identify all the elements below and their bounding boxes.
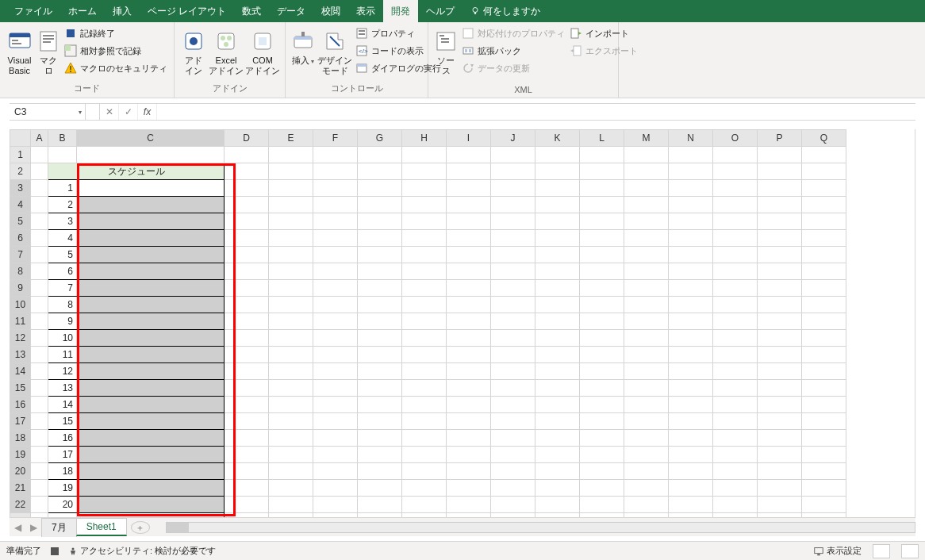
cell-M12[interactable]: [624, 330, 669, 347]
stop-recording-button[interactable]: 記録終了: [63, 25, 169, 41]
cell-E8[interactable]: [269, 263, 313, 280]
cell-L10[interactable]: [580, 297, 624, 313]
cell-M8[interactable]: [624, 263, 669, 280]
cell-J8[interactable]: [491, 263, 535, 280]
cell-N15[interactable]: [669, 380, 713, 397]
cell-K13[interactable]: [535, 347, 580, 363]
macro-recording-indicator[interactable]: [51, 547, 59, 555]
cell-Q9[interactable]: [802, 280, 846, 297]
row-header-4[interactable]: 4: [10, 197, 31, 213]
row-header-9[interactable]: 9: [10, 280, 31, 297]
cell-N12[interactable]: [669, 330, 713, 347]
cell-E6[interactable]: [269, 230, 313, 247]
expansion-packs-button[interactable]: 拡張パック: [460, 43, 566, 59]
cell-J16[interactable]: [491, 397, 535, 413]
cell-C13[interactable]: [77, 347, 225, 363]
cell-P3[interactable]: [758, 180, 802, 197]
cell-F12[interactable]: [313, 330, 358, 347]
cell-C6[interactable]: [77, 230, 225, 247]
cell-O22[interactable]: [713, 497, 758, 513]
cell-B1[interactable]: [48, 147, 77, 163]
cell-D22[interactable]: [225, 497, 269, 513]
cell-J19[interactable]: [491, 447, 535, 463]
cell-I10[interactable]: [447, 297, 491, 313]
cell-J14[interactable]: [491, 363, 535, 380]
column-header-M[interactable]: M: [624, 130, 669, 147]
cell-A13[interactable]: [31, 347, 48, 363]
cell-A18[interactable]: [31, 430, 48, 447]
cell-I18[interactable]: [447, 430, 491, 447]
tab-formulas[interactable]: 数式: [234, 0, 269, 22]
cell-B6[interactable]: 4: [48, 230, 77, 247]
cell-A16[interactable]: [31, 397, 48, 413]
cell-A17[interactable]: [31, 413, 48, 430]
cell-J21[interactable]: [491, 480, 535, 497]
cell-F4[interactable]: [313, 197, 358, 213]
tab-view[interactable]: 表示: [348, 0, 383, 22]
column-header-G[interactable]: G: [358, 130, 402, 147]
column-header-L[interactable]: L: [580, 130, 624, 147]
cell-M5[interactable]: [624, 213, 669, 230]
cell-C22[interactable]: [77, 497, 225, 513]
cell-D1[interactable]: [225, 147, 269, 163]
cell-B19[interactable]: 17: [48, 447, 77, 463]
cell-K12[interactable]: [535, 330, 580, 347]
accessibility-status[interactable]: アクセシビリティ: 検討が必要です: [68, 545, 216, 557]
cell-D10[interactable]: [225, 297, 269, 313]
cell-Q7[interactable]: [802, 247, 846, 263]
cell-O8[interactable]: [713, 263, 758, 280]
cell-P18[interactable]: [758, 430, 802, 447]
cell-N9[interactable]: [669, 280, 713, 297]
sheet-tab-7gatsu[interactable]: 7月: [41, 518, 77, 537]
cell-H17[interactable]: [402, 413, 447, 430]
cell-B3[interactable]: 1: [48, 180, 77, 197]
import-button[interactable]: インポート: [568, 25, 639, 41]
column-header-O[interactable]: O: [713, 130, 758, 147]
tab-review[interactable]: 校閲: [313, 0, 348, 22]
cell-M13[interactable]: [624, 347, 669, 363]
cell-B9[interactable]: 7: [48, 280, 77, 297]
cell-O17[interactable]: [713, 413, 758, 430]
cell-E11[interactable]: [269, 313, 313, 330]
cell-L3[interactable]: [580, 180, 624, 197]
cell-N8[interactable]: [669, 263, 713, 280]
cell-L20[interactable]: [580, 463, 624, 480]
cell-D9[interactable]: [225, 280, 269, 297]
cell-H3[interactable]: [402, 180, 447, 197]
cell-G19[interactable]: [358, 447, 402, 463]
cell-M10[interactable]: [624, 297, 669, 313]
cell-E7[interactable]: [269, 247, 313, 263]
cell-G9[interactable]: [358, 280, 402, 297]
cell-Q5[interactable]: [802, 213, 846, 230]
cell-L7[interactable]: [580, 247, 624, 263]
cell-K21[interactable]: [535, 480, 580, 497]
cell-F8[interactable]: [313, 263, 358, 280]
cell-E13[interactable]: [269, 347, 313, 363]
cell-H16[interactable]: [402, 397, 447, 413]
cell-G18[interactable]: [358, 430, 402, 447]
cell-K16[interactable]: [535, 397, 580, 413]
cell-N2[interactable]: [669, 163, 713, 180]
cell-K11[interactable]: [535, 313, 580, 330]
column-header-I[interactable]: I: [447, 130, 491, 147]
row-header-7[interactable]: 7: [10, 247, 31, 263]
row-header-12[interactable]: 12: [10, 330, 31, 347]
cell-E4[interactable]: [269, 197, 313, 213]
cell-C20[interactable]: [77, 463, 225, 480]
cell-C17[interactable]: [77, 413, 225, 430]
cell-N16[interactable]: [669, 397, 713, 413]
cell-C9[interactable]: [77, 280, 225, 297]
cell-Q3[interactable]: [802, 180, 846, 197]
cell-L18[interactable]: [580, 430, 624, 447]
cell-L22[interactable]: [580, 497, 624, 513]
row-header-22[interactable]: 22: [10, 497, 31, 513]
cell-K7[interactable]: [535, 247, 580, 263]
cell-B18[interactable]: 16: [48, 430, 77, 447]
cell-N3[interactable]: [669, 180, 713, 197]
cell-P7[interactable]: [758, 247, 802, 263]
cell-F2[interactable]: [313, 163, 358, 180]
display-settings-button[interactable]: 表示設定: [813, 545, 862, 557]
cell-G8[interactable]: [358, 263, 402, 280]
cell-M16[interactable]: [624, 397, 669, 413]
cell-M9[interactable]: [624, 280, 669, 297]
